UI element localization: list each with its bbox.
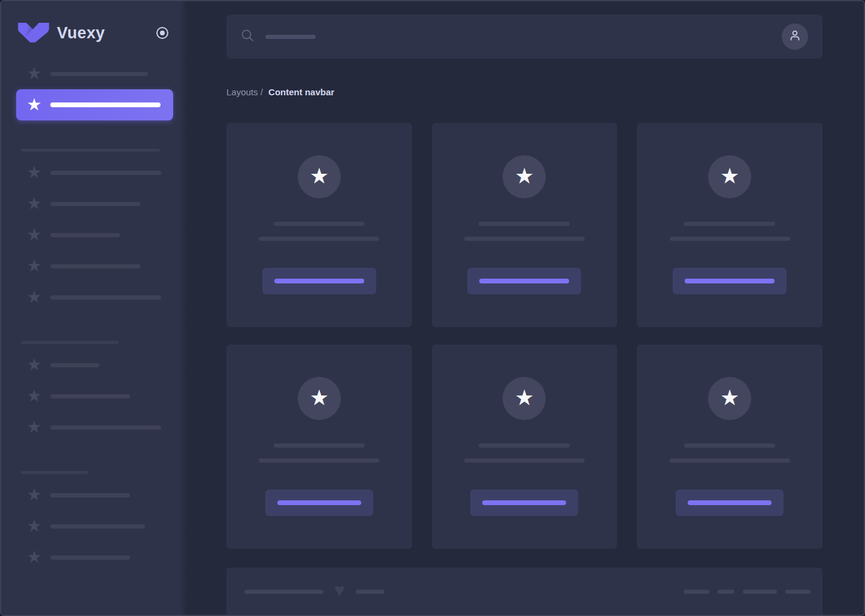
- sidebar-item[interactable]: ★: [16, 542, 173, 573]
- footer-link-bar[interactable]: [718, 590, 734, 594]
- button-placeholder-bar: [479, 279, 569, 283]
- placeholder-bar: [50, 295, 161, 300]
- star-icon: ★: [310, 387, 329, 409]
- placeholder-bar: [356, 590, 385, 594]
- sidebar-item[interactable]: ★: [16, 58, 173, 89]
- sidebar-item[interactable]: ★: [16, 349, 173, 381]
- placeholder-line: [464, 237, 585, 241]
- record-circle-icon[interactable]: [155, 26, 170, 40]
- star-icon: ★: [25, 357, 43, 373]
- placeholder-bar: [50, 233, 120, 237]
- placeholder-line: [684, 222, 775, 226]
- card-button[interactable]: [676, 490, 784, 516]
- placeholder-bar: [50, 555, 130, 560]
- sidebar-section-header: [1, 465, 187, 479]
- placeholder-line: [479, 443, 570, 448]
- placeholder-card: ★: [637, 123, 822, 327]
- sidebar-item[interactable]: ★: [16, 381, 173, 412]
- placeholder-line: [259, 458, 379, 463]
- star-avatar: ★: [298, 377, 341, 420]
- footer-link-bar[interactable]: [743, 590, 777, 594]
- star-icon: ★: [25, 96, 43, 113]
- star-avatar: ★: [708, 155, 751, 198]
- star-icon: ★: [25, 549, 43, 566]
- user-icon: [788, 28, 802, 45]
- placeholder-bar: [50, 72, 148, 76]
- placeholder-line: [684, 443, 775, 448]
- star-icon: ★: [720, 165, 739, 187]
- sidebar: Vuexy ★★★★★★★★★★★★★: [1, 1, 187, 615]
- sidebar-item-active[interactable]: ★: [16, 89, 173, 120]
- placeholder-line: [464, 458, 585, 463]
- placeholder-card: ★: [226, 123, 412, 327]
- card-button[interactable]: [467, 268, 581, 294]
- star-icon: ★: [720, 387, 739, 409]
- star-icon: ★: [25, 65, 43, 82]
- heart-icon: ♥: [334, 581, 345, 599]
- star-avatar: ★: [503, 155, 546, 198]
- footer-right: [683, 590, 810, 594]
- placeholder-bar: [50, 363, 99, 367]
- breadcrumb-parent[interactable]: Layouts: [226, 87, 258, 97]
- card-button[interactable]: [262, 268, 376, 294]
- placeholder-bar: [50, 524, 145, 529]
- placeholder-bar: [244, 590, 323, 594]
- star-icon: ★: [310, 165, 329, 187]
- user-avatar[interactable]: [782, 23, 808, 50]
- footer: ♥: [226, 567, 822, 616]
- content-navbar: [226, 14, 822, 59]
- star-icon: ★: [25, 258, 43, 274]
- placeholder-card: ★: [432, 345, 618, 549]
- button-placeholder-bar: [482, 500, 566, 505]
- sidebar-menu: ★★★★★★★★★★★★★: [1, 58, 187, 573]
- sidebar-item[interactable]: ★: [16, 188, 173, 219]
- search-icon: [241, 29, 254, 44]
- sidebar-item[interactable]: ★: [16, 219, 173, 250]
- footer-link-bar[interactable]: [683, 590, 709, 594]
- placeholder-bar: [50, 102, 161, 107]
- button-placeholder-bar: [274, 279, 364, 283]
- sidebar-section-header: [1, 335, 187, 349]
- star-icon: ★: [25, 487, 43, 503]
- app-window: Vuexy ★★★★★★★★★★★★★: [0, 0, 865, 616]
- button-placeholder-bar: [685, 279, 775, 283]
- placeholder-bar: [50, 394, 130, 398]
- placeholder-bar: [50, 171, 161, 175]
- sidebar-item[interactable]: ★: [16, 511, 173, 542]
- search-placeholder-bar: [265, 35, 316, 39]
- placeholder-card: ★: [432, 123, 618, 327]
- placeholder-line: [274, 443, 365, 448]
- star-icon: ★: [25, 289, 43, 306]
- breadcrumb-separator: /: [261, 87, 263, 97]
- placeholder-card: ★: [637, 345, 822, 549]
- sidebar-item[interactable]: ★: [16, 157, 173, 188]
- vuexy-logo-icon: [18, 23, 49, 43]
- search-input[interactable]: [241, 29, 782, 44]
- placeholder-card: ★: [226, 345, 412, 549]
- card-button[interactable]: [470, 490, 578, 516]
- breadcrumb-current: Content navbar: [268, 87, 334, 97]
- cards-grid: ★★★★★★: [226, 123, 822, 549]
- card-button[interactable]: [265, 490, 373, 516]
- card-button[interactable]: [673, 268, 787, 294]
- star-icon: ★: [25, 164, 43, 181]
- placeholder-bar: [50, 264, 140, 268]
- star-icon: ★: [25, 388, 43, 404]
- sidebar-header: Vuexy: [18, 23, 170, 43]
- star-icon: ★: [25, 195, 43, 212]
- placeholder-line: [259, 237, 379, 241]
- placeholder-bar: [50, 493, 130, 497]
- placeholder-line: [670, 237, 790, 241]
- sidebar-item[interactable]: ★: [16, 282, 173, 313]
- sidebar-item[interactable]: ★: [16, 479, 173, 511]
- sidebar-item[interactable]: ★: [16, 412, 173, 443]
- breadcrumb: Layouts / Content navbar: [226, 87, 822, 97]
- placeholder-bar: [50, 202, 140, 206]
- sidebar-item[interactable]: ★: [16, 250, 173, 282]
- placeholder-line: [274, 222, 365, 226]
- star-avatar: ★: [298, 155, 341, 198]
- footer-link-bar[interactable]: [785, 590, 810, 594]
- star-avatar: ★: [708, 377, 751, 420]
- star-avatar: ★: [503, 377, 546, 420]
- footer-left: ♥: [244, 582, 385, 600]
